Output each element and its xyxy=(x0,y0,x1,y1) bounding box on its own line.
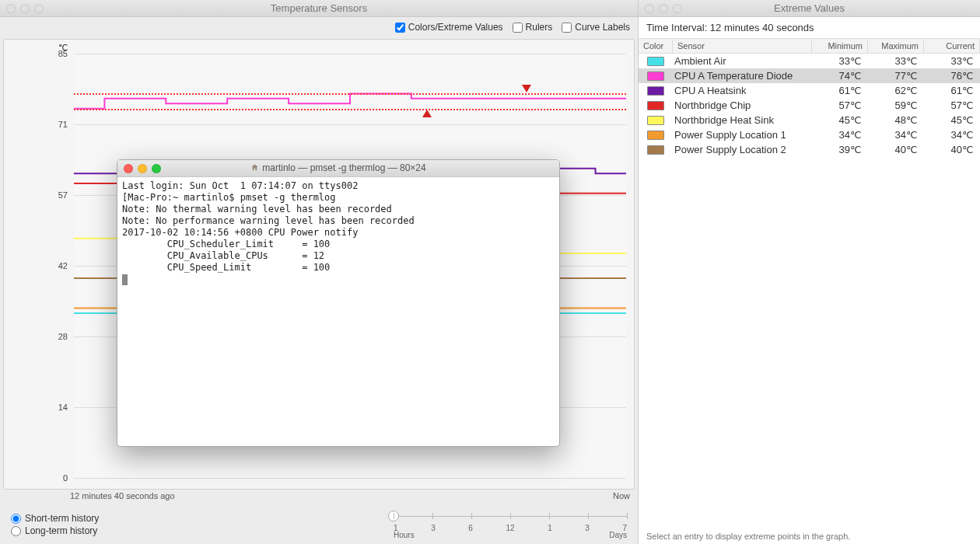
y-tick: 85 xyxy=(58,49,68,58)
col-cur-header[interactable]: Current xyxy=(924,39,980,53)
terminal-window[interactable]: martinlo — pmset -g thermlog — 80×24 Las… xyxy=(117,159,560,447)
y-tick: 57 xyxy=(58,190,68,200)
table-row[interactable]: Northbridge Heat Sink45℃48℃45℃ xyxy=(639,113,980,127)
slider-tick xyxy=(394,513,394,519)
rulers-input[interactable] xyxy=(513,23,523,33)
cur-value: 76℃ xyxy=(924,70,980,82)
sensor-name: Ambient Air xyxy=(673,55,812,67)
col-min-header[interactable]: Minimum xyxy=(812,39,868,53)
slider-tick xyxy=(510,513,511,519)
color-swatch xyxy=(647,131,664,140)
window-title: Temperature Sensors xyxy=(0,2,638,14)
curve-labels-label: Curve Labels xyxy=(575,22,630,33)
days-label: Days xyxy=(609,531,627,539)
threshold-line xyxy=(74,93,626,95)
col-sensor-header[interactable]: Sensor xyxy=(673,39,812,53)
sensor-table-body: Ambient Air33℃33℃33℃CPU A Temperature Di… xyxy=(639,54,980,157)
min-marker-icon xyxy=(422,110,432,117)
color-swatch xyxy=(647,71,664,81)
cur-value: 57℃ xyxy=(924,99,980,111)
cur-value: 34℃ xyxy=(924,129,980,141)
rulers-label: Rulers xyxy=(526,22,553,33)
gridline xyxy=(74,54,626,54)
min-value: 45℃ xyxy=(812,114,868,126)
series-line xyxy=(74,93,626,108)
table-row[interactable]: Power Supply Location 239℃40℃40℃ xyxy=(639,142,980,157)
long-term-radio[interactable]: Long-term history xyxy=(11,525,99,536)
color-swatch xyxy=(647,86,664,96)
sensor-name: CPU A Temperature Diode xyxy=(673,70,812,82)
long-term-label: Long-term history xyxy=(25,525,97,536)
hours-label: Hours xyxy=(394,531,415,539)
y-tick: 71 xyxy=(58,120,68,129)
slider-tick xyxy=(549,513,550,519)
curve-labels-input[interactable] xyxy=(562,23,572,33)
table-row[interactable]: Ambient Air33℃33℃33℃ xyxy=(639,54,980,68)
chart-options-toolbar: Colors/Extreme Values Rulers Curve Label… xyxy=(0,17,638,39)
table-row[interactable]: Northbridge Chip57℃59℃57℃ xyxy=(639,98,980,113)
short-term-input[interactable] xyxy=(11,514,21,524)
table-header: Color Sensor Minimum Maximum Current xyxy=(639,38,980,54)
x-axis-start: 12 minutes 40 seconds ago xyxy=(70,491,175,500)
colors-extreme-input[interactable] xyxy=(395,23,405,33)
min-value: 74℃ xyxy=(812,70,868,82)
y-tick: 28 xyxy=(58,332,68,341)
slider-unit-labels: Hours Days xyxy=(394,531,627,539)
window-title: martinlo — pmset -g thermlog — 80×24 xyxy=(117,162,559,174)
slider-tick xyxy=(432,513,433,519)
gridline xyxy=(74,478,626,479)
max-value: 77℃ xyxy=(868,70,924,82)
cur-value: 40℃ xyxy=(924,144,980,155)
col-color-header[interactable]: Color xyxy=(639,39,673,53)
x-axis-end: Now xyxy=(613,491,630,500)
history-mode-group: Short-term history Long-term history xyxy=(11,513,99,538)
short-term-label: Short-term history xyxy=(25,513,99,524)
threshold-line xyxy=(74,109,626,110)
table-row[interactable]: CPU A Temperature Diode74℃77℃76℃ xyxy=(639,68,980,83)
cur-value: 45℃ xyxy=(924,114,980,126)
gridline xyxy=(74,124,626,125)
max-value: 48℃ xyxy=(868,114,924,126)
home-icon xyxy=(250,163,259,174)
max-value: 59℃ xyxy=(868,99,924,111)
color-swatch xyxy=(647,116,664,125)
slider-track[interactable] xyxy=(394,510,627,524)
color-swatch xyxy=(647,145,664,155)
x-axis: 12 minutes 40 seconds ago Now xyxy=(0,490,638,500)
y-axis: ℃ 8571574228140 xyxy=(4,54,71,478)
rulers-checkbox[interactable]: Rulers xyxy=(513,22,553,33)
min-value: 39℃ xyxy=(812,144,868,155)
colors-extreme-checkbox[interactable]: Colors/Extreme Values xyxy=(395,22,503,33)
max-marker-icon xyxy=(522,85,531,92)
max-value: 34℃ xyxy=(868,129,924,141)
cur-value: 61℃ xyxy=(924,85,980,96)
slider-tick xyxy=(627,513,628,519)
table-row[interactable]: CPU A Heatsink61℃62℃61℃ xyxy=(639,83,980,98)
window-title: Extreme Values xyxy=(639,2,980,14)
titlebar[interactable]: martinlo — pmset -g thermlog — 80×24 xyxy=(117,160,559,177)
col-max-header[interactable]: Maximum xyxy=(868,39,924,53)
titlebar[interactable]: Extreme Values xyxy=(639,0,980,17)
sensor-name: Power Supply Location 1 xyxy=(673,129,812,141)
terminal-body[interactable]: Last login: Sun Oct 1 07:14:07 on ttys00… xyxy=(117,177,559,288)
slider-tick xyxy=(471,513,472,519)
titlebar[interactable]: Temperature Sensors xyxy=(0,0,638,17)
curve-labels-checkbox[interactable]: Curve Labels xyxy=(562,22,630,33)
footer-hint: Select an entry to display extreme point… xyxy=(646,532,972,541)
colors-extreme-label: Colors/Extreme Values xyxy=(408,22,503,33)
table-row[interactable]: Power Supply Location 134℃34℃34℃ xyxy=(639,127,980,142)
sensor-name: Northbridge Chip xyxy=(673,99,812,111)
max-value: 62℃ xyxy=(868,85,924,96)
timeline-slider[interactable]: 13612137 Hours Days xyxy=(394,510,627,539)
color-swatch xyxy=(647,101,664,110)
extreme-values-window: Extreme Values Time Interval: 12 minutes… xyxy=(638,0,980,544)
sensor-name: Northbridge Heat Sink xyxy=(673,114,812,126)
y-tick: 42 xyxy=(58,261,68,270)
y-tick: 14 xyxy=(58,403,68,412)
max-value: 40℃ xyxy=(868,144,924,155)
terminal-title-text: martinlo — pmset -g thermlog — 80×24 xyxy=(262,162,425,173)
long-term-input[interactable] xyxy=(11,526,21,536)
sensor-name: Power Supply Location 2 xyxy=(673,144,812,155)
color-swatch xyxy=(647,57,664,66)
short-term-radio[interactable]: Short-term history xyxy=(11,513,99,524)
